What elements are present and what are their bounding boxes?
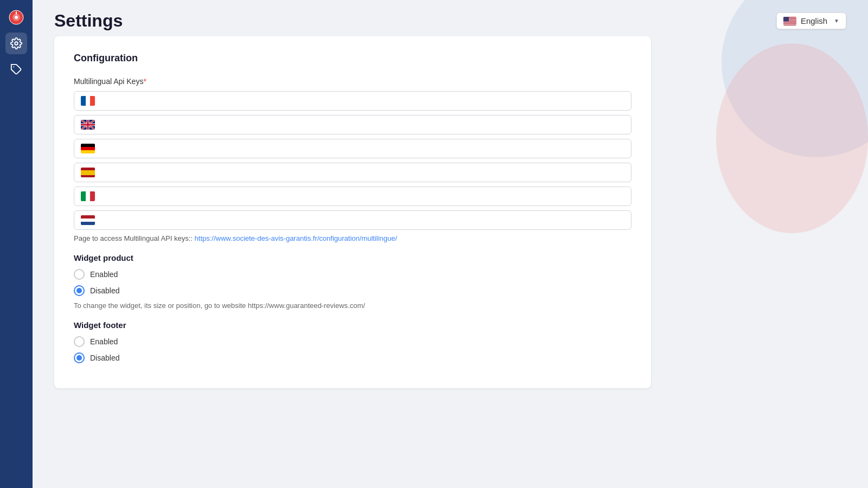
- widget-footer-enabled-label: Enabled: [90, 337, 118, 346]
- svg-point-3: [15, 42, 18, 45]
- language-selector[interactable]: English ▼: [776, 12, 846, 29]
- widget-footer-enabled-option[interactable]: Enabled: [74, 336, 631, 347]
- widget-footer-disabled-label: Disabled: [90, 354, 119, 362]
- svg-rect-15: [783, 23, 796, 24]
- sidebar-item-settings[interactable]: [5, 33, 27, 54]
- svg-rect-12: [783, 21, 796, 22]
- api-keys-link[interactable]: https://www.societe-des-avis-garantis.fr…: [195, 234, 398, 242]
- api-key-field-es: [74, 163, 631, 182]
- svg-point-2: [15, 16, 18, 19]
- flag-icon-fr: [81, 96, 95, 106]
- api-key-input-nl[interactable]: [100, 216, 624, 224]
- widget-product-disabled-label: Disabled: [90, 286, 119, 295]
- svg-rect-17: [783, 17, 789, 22]
- svg-rect-14: [783, 23, 796, 23]
- sidebar-item-tags[interactable]: [5, 59, 27, 80]
- svg-rect-16: [783, 24, 796, 24]
- widget-product-disabled-option[interactable]: Disabled: [74, 285, 631, 296]
- header: Settings English ▼: [33, 0, 868, 36]
- api-keys-helper: Page to access Multilingual API keys:: h…: [74, 234, 631, 242]
- sidebar: [0, 0, 33, 488]
- widget-product-enabled-option[interactable]: Enabled: [74, 269, 631, 280]
- main-area: Settings English ▼: [33, 0, 868, 488]
- widget-product-section: Widget product Enabled Disabled To chang…: [74, 253, 631, 310]
- widget-product-disabled-radio[interactable]: [74, 285, 85, 296]
- flag-icon-it: [81, 191, 95, 201]
- flag-icon-es: [81, 168, 95, 177]
- api-key-input-de[interactable]: [100, 144, 624, 153]
- api-key-input-es[interactable]: [100, 168, 624, 177]
- required-marker: *: [143, 77, 146, 86]
- widget-footer-section: Widget footer Enabled Disabled: [74, 320, 631, 363]
- widget-product-title: Widget product: [74, 253, 631, 262]
- api-key-input-gb[interactable]: [100, 120, 624, 129]
- page-title: Settings: [54, 11, 123, 31]
- api-key-input-fr[interactable]: [100, 97, 624, 105]
- api-key-field-it: [74, 187, 631, 206]
- widget-product-enabled-label: Enabled: [90, 270, 118, 279]
- api-key-input-it[interactable]: [100, 192, 624, 201]
- api-key-field-nl: [74, 210, 631, 230]
- flag-icon-gb: [81, 120, 95, 130]
- chevron-down-icon: ▼: [834, 18, 839, 24]
- language-label: English: [801, 16, 827, 25]
- widget-footer-disabled-radio[interactable]: [74, 352, 85, 363]
- flag-icon-nl: [81, 215, 95, 225]
- us-flag-icon: [783, 17, 796, 25]
- card-title: Configuration: [74, 53, 631, 64]
- api-key-field-fr: [74, 91, 631, 111]
- api-key-field-gb: [74, 115, 631, 134]
- api-key-field-de: [74, 139, 631, 158]
- widget-footer-enabled-radio[interactable]: [74, 336, 85, 347]
- widget-product-hint: To change the widget, its size or positi…: [74, 301, 631, 310]
- widget-footer-title: Widget footer: [74, 320, 631, 330]
- settings-card: Configuration Multilingual Api Keys*: [54, 36, 651, 388]
- flag-icon-de: [81, 144, 95, 153]
- widget-footer-disabled-option[interactable]: Disabled: [74, 352, 631, 363]
- content-area: Configuration Multilingual Api Keys*: [33, 36, 868, 488]
- svg-rect-13: [783, 22, 796, 22]
- api-keys-label: Multilingual Api Keys*: [74, 77, 631, 86]
- widget-product-enabled-radio[interactable]: [74, 269, 85, 280]
- sidebar-item-logo[interactable]: [5, 7, 27, 28]
